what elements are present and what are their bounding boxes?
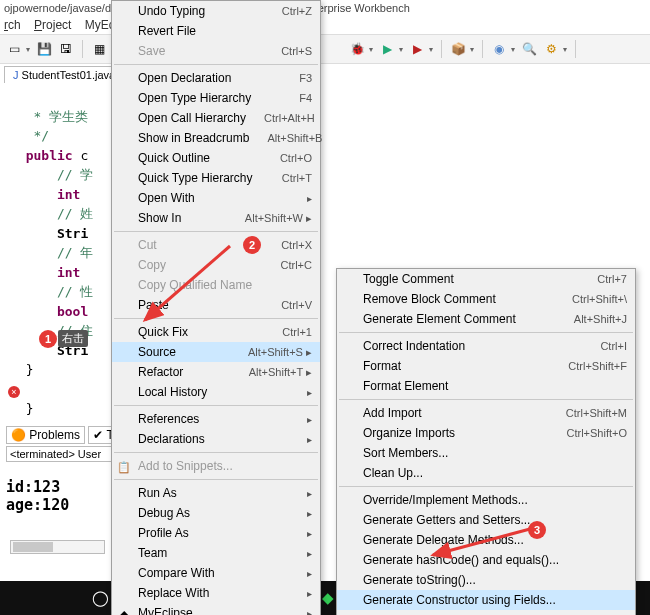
menu-item-clean-up[interactable]: Clean Up... [337, 463, 635, 483]
menu-item-quick-type-hierarchy[interactable]: Quick Type HierarchyCtrl+T [112, 168, 320, 188]
menu-item-format-element[interactable]: Format Element [337, 376, 635, 396]
menu-item-add-to-snippets: 📋Add to Snippets... [112, 456, 320, 476]
menu-item-run-as[interactable]: Run As▸ [112, 483, 320, 503]
tool2-icon[interactable]: ⚙ [543, 41, 559, 57]
menu-item-debug-as[interactable]: Debug As▸ [112, 503, 320, 523]
menu-item-paste[interactable]: PasteCtrl+V [112, 295, 320, 315]
menu-item-generate-element-comment[interactable]: Generate Element CommentAlt+Shift+J [337, 309, 635, 329]
menu-item-generate-delegate-methods[interactable]: Generate Delegate Methods... [337, 530, 635, 550]
main-toolbar: ▭▾ 💾 🖫 ▦ 🐞▾ ▶▾ ▶▾ 📦▾ ◉▾ 🔍 ⚙▾ [0, 34, 650, 64]
window-title: ojpowernode/javase/day09/test001/Student… [0, 0, 650, 16]
tab-label: StudentTest01.java [22, 69, 116, 81]
tool-icon[interactable]: ▦ [91, 41, 107, 57]
menu-item-quick-outline[interactable]: Quick OutlineCtrl+O [112, 148, 320, 168]
bottom-panel: 🟠 Problems ✔ Ta <terminated> User id:123… [6, 428, 124, 514]
menu-item-undo-typing[interactable]: Undo TypingCtrl+Z [112, 1, 320, 21]
menu-item-replace-with[interactable]: Replace With▸ [112, 583, 320, 603]
menu-item-refactor[interactable]: RefactorAlt+Shift+T ▸ [112, 362, 320, 382]
menu-search[interactable]: rrchch [4, 18, 21, 32]
app-icon[interactable]: ◆ [318, 588, 338, 608]
menu-item-open-with[interactable]: Open With▸ [112, 188, 320, 208]
menu-item-open-call-hierarchy[interactable]: Open Call HierarchyCtrl+Alt+H [112, 108, 320, 128]
source-submenu: Toggle CommentCtrl+7Remove Block Comment… [336, 268, 636, 615]
menu-item-copy: CopyCtrl+C [112, 255, 320, 275]
run-icon[interactable]: ▶ [379, 41, 395, 57]
menu-item-declarations[interactable]: Declarations▸ [112, 429, 320, 449]
menu-item-quick-fix[interactable]: Quick FixCtrl+1 [112, 322, 320, 342]
menu-item-add-import[interactable]: Add ImportCtrl+Shift+M [337, 403, 635, 423]
terminated-label: <terminated> User [6, 446, 124, 462]
menu-item-generate-tostring[interactable]: Generate toString()... [337, 570, 635, 590]
menu-item-remove-block-comment[interactable]: Remove Block CommentCtrl+Shift+\ [337, 289, 635, 309]
save-all-icon[interactable]: 🖫 [58, 41, 74, 57]
main-menubar[interactable]: rrchch Project MyEcl [0, 16, 650, 34]
error-marker-icon[interactable]: × [8, 386, 20, 398]
menu-item-generate-constructors-from-superclass[interactable]: Generate Constructors from Superclass... [337, 610, 635, 615]
annotation-3: 3 [528, 521, 546, 539]
menu-item-copy-qualified-name: Copy Qualified Name [112, 275, 320, 295]
menu-item-generate-hashcode-and-equals[interactable]: Generate hashCode() and equals()... [337, 550, 635, 570]
menu-item-source[interactable]: SourceAlt+Shift+S ▸ [112, 342, 320, 362]
annotation-2: 2 [243, 236, 261, 254]
menu-item-open-type-hierarchy[interactable]: Open Type HierarchyF4 [112, 88, 320, 108]
editor-tab[interactable]: J StudentTest01.java [4, 66, 124, 83]
menu-item-format[interactable]: FormatCtrl+Shift+F [337, 356, 635, 376]
menu-item-show-in-breadcrumb[interactable]: Show in BreadcrumbAlt+Shift+B [112, 128, 320, 148]
annotation-1-label: 右击 [58, 330, 88, 347]
menu-item-save: SaveCtrl+S [112, 41, 320, 61]
menu-project[interactable]: Project [34, 18, 71, 32]
menu-item-team[interactable]: Team▸ [112, 543, 320, 563]
menu-item-generate-constructor-using-fields[interactable]: Generate Constructor using Fields... [337, 590, 635, 610]
menu-item-open-declaration[interactable]: Open DeclarationF3 [112, 68, 320, 88]
menu-item-profile-as[interactable]: Profile As▸ [112, 523, 320, 543]
menu-item-compare-with[interactable]: Compare With▸ [112, 563, 320, 583]
menu-item-sort-members[interactable]: Sort Members... [337, 443, 635, 463]
menu-item-local-history[interactable]: Local History▸ [112, 382, 320, 402]
ext-tool-icon[interactable]: ▶ [409, 41, 425, 57]
problems-tab[interactable]: 🟠 Problems [6, 426, 85, 444]
context-menu: Undo TypingCtrl+ZRevert FileSaveCtrl+SOp… [111, 0, 321, 615]
menu-item-generate-getters-and-setters[interactable]: Generate Getters and Setters... [337, 510, 635, 530]
cortana-icon[interactable]: ◯ [90, 588, 110, 608]
menu-item-myeclipse[interactable]: ◆MyEclipse▸ [112, 603, 320, 615]
search-icon[interactable]: 🔍 [521, 41, 537, 57]
menu-item-correct-indentation[interactable]: Correct IndentationCtrl+I [337, 336, 635, 356]
debug-icon[interactable]: 🐞 [349, 41, 365, 57]
menu-item-organize-imports[interactable]: Organize ImportsCtrl+Shift+O [337, 423, 635, 443]
menu-item-references[interactable]: References▸ [112, 409, 320, 429]
menu-item-cut: CutCtrl+X [112, 235, 320, 255]
new-type-icon[interactable]: ◉ [491, 41, 507, 57]
save-icon[interactable]: 💾 [36, 41, 52, 57]
package-icon[interactable]: 📦 [450, 41, 466, 57]
annotation-1: 1 [39, 330, 57, 348]
menu-item-show-in[interactable]: Show InAlt+Shift+W ▸ [112, 208, 320, 228]
new-icon[interactable]: ▭ [6, 41, 22, 57]
horizontal-scrollbar[interactable] [10, 540, 105, 554]
console-output: id:123 age:120 [6, 478, 124, 514]
menu-item-override-implement-methods[interactable]: Override/Implement Methods... [337, 490, 635, 510]
menu-item-revert-file[interactable]: Revert File [112, 21, 320, 41]
menu-item-toggle-comment[interactable]: Toggle CommentCtrl+7 [337, 269, 635, 289]
